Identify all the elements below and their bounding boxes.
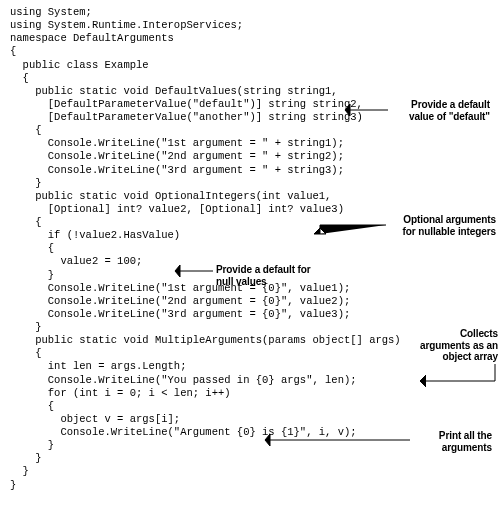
line-17: public static void OptionalIntegers(int … [10,190,490,203]
line-35: object v = args[i]; [10,413,490,426]
line-25: Console.WriteLine("2nd argument = {0}", … [10,295,490,308]
line-7: { [10,72,490,85]
line-32: Console.WriteLine("You passed in {0} arg… [10,374,490,387]
annot-print-args: Print all the arguments [412,430,492,453]
line-13: Console.WriteLine("2nd argument = " + st… [10,150,490,163]
code-figure: using System; using System.Runtime.Inter… [10,6,490,492]
line-6: public class Example [10,59,490,72]
line-33: for (int i = 0; i < len; i++) [10,387,490,400]
line-14: Console.WriteLine("3rd argument = " + st… [10,164,490,177]
line-8: public static void DefaultValues(string … [10,85,490,98]
line-34: { [10,400,490,413]
annot-optional-integers: Optional arguments for nullable integers [388,214,496,237]
line-39: } [10,465,490,478]
annot-object-array: Collects arguments as an object array [410,328,498,363]
line-4: namespace DefaultArguments [10,32,490,45]
line-15: } [10,177,490,190]
line-5: { [10,45,490,58]
line-38: } [10,452,490,465]
line-40: } [10,479,490,492]
line-2: using System.Runtime.InteropServices; [10,19,490,32]
annot-null-default: Provide a default for null values [216,264,326,287]
line-11: { [10,124,490,137]
line-12: Console.WriteLine("1st argument = " + st… [10,137,490,150]
line-26: Console.WriteLine("3rd argument = {0}", … [10,308,490,321]
annot-default-value: Provide a default value of "default" [390,99,490,122]
line-21: { [10,242,490,255]
line-1: using System; [10,6,490,19]
